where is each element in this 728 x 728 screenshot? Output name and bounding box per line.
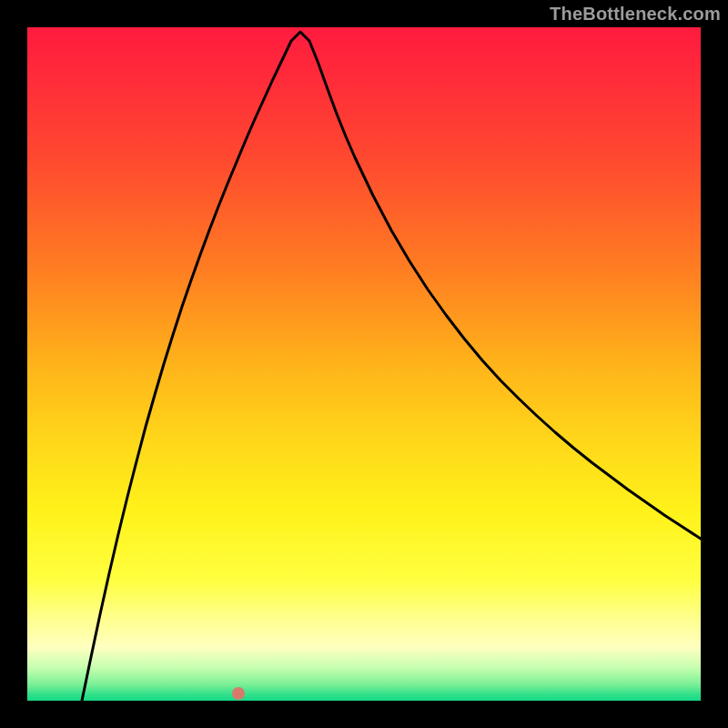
watermark-text: TheBottleneck.com (550, 4, 721, 25)
plot-area (27, 27, 701, 701)
bottleneck-curve (82, 32, 701, 701)
chart-frame: TheBottleneck.com (0, 0, 728, 728)
optimum-marker (232, 687, 245, 700)
curve-svg (27, 27, 701, 701)
